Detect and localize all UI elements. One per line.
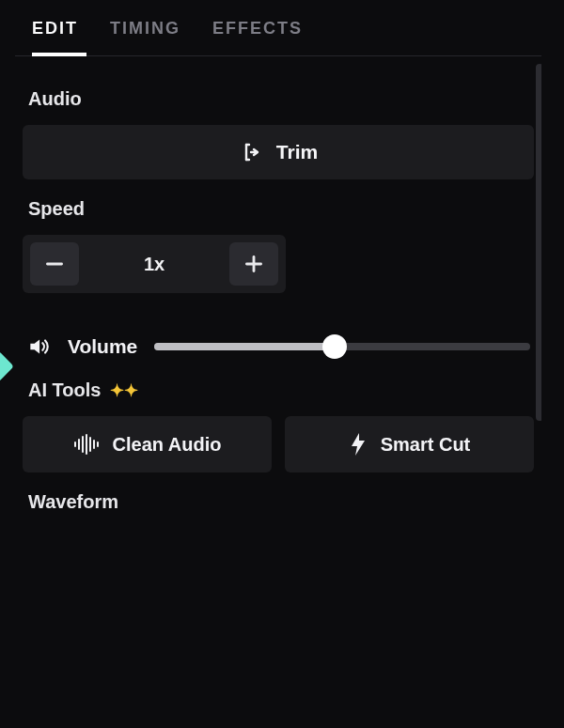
ai-tools-row: Clean Audio Smart Cut <box>23 416 534 472</box>
scrollbar[interactable] <box>536 64 541 421</box>
speed-decrease-button[interactable] <box>30 242 79 286</box>
smart-cut-button[interactable]: Smart Cut <box>285 416 534 472</box>
volume-row: Volume <box>23 333 534 361</box>
slider-track-fill <box>154 343 335 350</box>
minus-icon <box>42 252 67 276</box>
section-label-speed: Speed <box>28 198 534 220</box>
speed-value: 1x <box>79 254 229 275</box>
edit-panel: EDIT TIMING EFFECTS Audio Trim Speed <box>15 6 541 720</box>
panel-scroll-region: Audio Trim Speed 1x <box>15 56 541 720</box>
section-label-waveform: Waveform <box>28 491 534 513</box>
trim-button-label: Trim <box>276 141 318 163</box>
section-label-audio: Audio <box>28 88 534 110</box>
smart-cut-label: Smart Cut <box>381 434 471 456</box>
selection-handle-accent <box>0 350 14 382</box>
clean-audio-button[interactable]: Clean Audio <box>23 416 272 472</box>
volume-label: Volume <box>68 335 137 358</box>
tab-bar: EDIT TIMING EFFECTS <box>15 6 541 56</box>
section-label-ai-tools: AI Tools ✦✦ <box>28 379 534 401</box>
bolt-icon <box>349 432 368 457</box>
tab-edit[interactable]: EDIT <box>32 19 78 55</box>
slider-thumb[interactable] <box>322 334 347 359</box>
volume-slider[interactable] <box>154 333 530 361</box>
waveform-icon <box>73 434 100 455</box>
ai-tools-label-text: AI Tools <box>28 379 101 401</box>
trim-button[interactable]: Trim <box>23 125 534 179</box>
speed-stepper: 1x <box>23 235 286 293</box>
clean-audio-label: Clean Audio <box>113 434 222 456</box>
volume-icon <box>26 334 51 359</box>
speed-increase-button[interactable] <box>229 242 278 286</box>
sparkle-icon: ✦✦ <box>110 380 138 401</box>
tab-timing[interactable]: TIMING <box>110 19 180 55</box>
trim-icon <box>239 141 261 163</box>
plus-icon <box>242 252 266 276</box>
tab-effects[interactable]: EFFECTS <box>212 19 303 55</box>
